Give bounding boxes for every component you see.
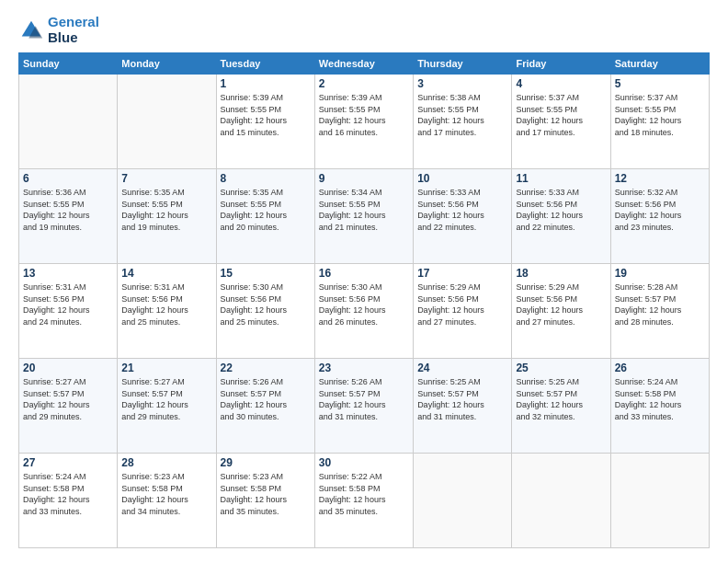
day-cell: 26Sunrise: 5:24 AM Sunset: 5:58 PM Dayli… xyxy=(610,359,709,454)
day-info: Sunrise: 5:25 AM Sunset: 5:57 PM Dayligh… xyxy=(417,376,507,422)
day-info: Sunrise: 5:23 AM Sunset: 5:58 PM Dayligh… xyxy=(121,471,211,517)
day-number: 29 xyxy=(221,456,311,469)
day-cell: 5Sunrise: 5:37 AM Sunset: 5:55 PM Daylig… xyxy=(610,75,709,169)
day-info: Sunrise: 5:34 AM Sunset: 5:55 PM Dayligh… xyxy=(319,187,409,233)
day-info: Sunrise: 5:26 AM Sunset: 5:57 PM Dayligh… xyxy=(221,376,311,422)
day-cell: 21Sunrise: 5:27 AM Sunset: 5:57 PM Dayli… xyxy=(118,359,216,454)
day-info: Sunrise: 5:26 AM Sunset: 5:57 PM Dayligh… xyxy=(319,376,409,422)
day-number: 28 xyxy=(121,456,211,469)
weekday-header-monday: Monday xyxy=(118,53,216,75)
day-cell: 19Sunrise: 5:28 AM Sunset: 5:57 PM Dayli… xyxy=(610,264,709,359)
day-info: Sunrise: 5:23 AM Sunset: 5:58 PM Dayligh… xyxy=(221,471,311,517)
day-info: Sunrise: 5:30 AM Sunset: 5:56 PM Dayligh… xyxy=(221,282,311,327)
day-number: 21 xyxy=(121,362,211,374)
day-number: 6 xyxy=(23,172,113,185)
day-number: 2 xyxy=(319,77,409,90)
day-number: 15 xyxy=(221,267,311,280)
day-cell: 1Sunrise: 5:39 AM Sunset: 5:55 PM Daylig… xyxy=(216,75,314,169)
day-info: Sunrise: 5:25 AM Sunset: 5:57 PM Dayligh… xyxy=(516,376,606,422)
day-info: Sunrise: 5:22 AM Sunset: 5:58 PM Dayligh… xyxy=(319,471,409,517)
day-number: 16 xyxy=(319,267,409,280)
day-cell: 14Sunrise: 5:31 AM Sunset: 5:56 PM Dayli… xyxy=(118,264,216,359)
day-info: Sunrise: 5:35 AM Sunset: 5:55 PM Dayligh… xyxy=(121,187,211,233)
day-number: 1 xyxy=(221,77,311,90)
day-cell: 13Sunrise: 5:31 AM Sunset: 5:56 PM Dayli… xyxy=(19,264,118,359)
day-info: Sunrise: 5:24 AM Sunset: 5:58 PM Dayligh… xyxy=(23,471,113,517)
day-number: 25 xyxy=(516,362,606,374)
page: General Blue SundayMondayTuesdayWednesda… xyxy=(0,0,728,563)
weekday-header-wednesday: Wednesday xyxy=(314,53,413,75)
day-number: 18 xyxy=(516,267,606,280)
day-info: Sunrise: 5:37 AM Sunset: 5:55 PM Dayligh… xyxy=(516,92,606,138)
day-number: 4 xyxy=(516,77,606,90)
day-cell: 2Sunrise: 5:39 AM Sunset: 5:55 PM Daylig… xyxy=(314,75,413,169)
day-cell: 23Sunrise: 5:26 AM Sunset: 5:57 PM Dayli… xyxy=(314,359,413,454)
day-cell: 9Sunrise: 5:34 AM Sunset: 5:55 PM Daylig… xyxy=(314,169,413,264)
day-info: Sunrise: 5:33 AM Sunset: 5:56 PM Dayligh… xyxy=(417,187,507,233)
day-info: Sunrise: 5:37 AM Sunset: 5:55 PM Dayligh… xyxy=(615,92,705,138)
day-cell: 27Sunrise: 5:24 AM Sunset: 5:58 PM Dayli… xyxy=(19,454,118,548)
day-info: Sunrise: 5:27 AM Sunset: 5:57 PM Dayligh… xyxy=(23,376,113,422)
day-info: Sunrise: 5:32 AM Sunset: 5:56 PM Dayligh… xyxy=(615,187,705,233)
header: General Blue xyxy=(18,15,710,45)
day-number: 19 xyxy=(615,267,705,280)
day-cell: 6Sunrise: 5:36 AM Sunset: 5:55 PM Daylig… xyxy=(19,169,118,264)
day-number: 23 xyxy=(319,362,409,374)
day-cell: 10Sunrise: 5:33 AM Sunset: 5:56 PM Dayli… xyxy=(414,169,512,264)
week-row-4: 20Sunrise: 5:27 AM Sunset: 5:57 PM Dayli… xyxy=(19,359,710,454)
day-number: 27 xyxy=(23,456,113,469)
day-cell: 11Sunrise: 5:33 AM Sunset: 5:56 PM Dayli… xyxy=(512,169,610,264)
day-cell xyxy=(414,454,512,548)
day-number: 13 xyxy=(23,267,113,280)
day-cell: 28Sunrise: 5:23 AM Sunset: 5:58 PM Dayli… xyxy=(118,454,216,548)
day-number: 22 xyxy=(221,362,311,374)
day-number: 9 xyxy=(319,172,409,185)
day-cell: 18Sunrise: 5:29 AM Sunset: 5:56 PM Dayli… xyxy=(512,264,610,359)
day-number: 5 xyxy=(615,77,705,90)
day-info: Sunrise: 5:24 AM Sunset: 5:58 PM Dayligh… xyxy=(615,376,705,422)
day-cell xyxy=(19,75,118,169)
day-cell: 15Sunrise: 5:30 AM Sunset: 5:56 PM Dayli… xyxy=(216,264,314,359)
day-number: 8 xyxy=(221,172,311,185)
day-number: 17 xyxy=(417,267,507,280)
day-cell xyxy=(512,454,610,548)
day-info: Sunrise: 5:31 AM Sunset: 5:56 PM Dayligh… xyxy=(121,282,211,327)
day-info: Sunrise: 5:36 AM Sunset: 5:55 PM Dayligh… xyxy=(23,187,113,233)
weekday-header-row: SundayMondayTuesdayWednesdayThursdayFrid… xyxy=(19,53,710,75)
logo: General Blue xyxy=(18,15,99,45)
day-number: 20 xyxy=(23,362,113,374)
week-row-1: 1Sunrise: 5:39 AM Sunset: 5:55 PM Daylig… xyxy=(19,75,710,169)
day-cell xyxy=(118,75,216,169)
day-number: 3 xyxy=(417,77,507,90)
day-number: 30 xyxy=(319,456,409,469)
day-info: Sunrise: 5:39 AM Sunset: 5:55 PM Dayligh… xyxy=(319,92,409,138)
day-cell: 29Sunrise: 5:23 AM Sunset: 5:58 PM Dayli… xyxy=(216,454,314,548)
week-row-5: 27Sunrise: 5:24 AM Sunset: 5:58 PM Dayli… xyxy=(19,454,710,548)
logo-text: General Blue xyxy=(48,15,99,45)
day-info: Sunrise: 5:29 AM Sunset: 5:56 PM Dayligh… xyxy=(516,282,606,327)
day-cell: 16Sunrise: 5:30 AM Sunset: 5:56 PM Dayli… xyxy=(314,264,413,359)
day-info: Sunrise: 5:31 AM Sunset: 5:56 PM Dayligh… xyxy=(23,282,113,327)
day-cell: 8Sunrise: 5:35 AM Sunset: 5:55 PM Daylig… xyxy=(216,169,314,264)
day-cell: 20Sunrise: 5:27 AM Sunset: 5:57 PM Dayli… xyxy=(19,359,118,454)
calendar: SundayMondayTuesdayWednesdayThursdayFrid… xyxy=(18,52,710,548)
day-info: Sunrise: 5:30 AM Sunset: 5:56 PM Dayligh… xyxy=(319,282,409,327)
day-number: 14 xyxy=(121,267,211,280)
weekday-header-sunday: Sunday xyxy=(19,53,118,75)
weekday-header-saturday: Saturday xyxy=(610,53,709,75)
week-row-2: 6Sunrise: 5:36 AM Sunset: 5:55 PM Daylig… xyxy=(19,169,710,264)
weekday-header-friday: Friday xyxy=(512,53,610,75)
day-number: 12 xyxy=(615,172,705,185)
day-cell xyxy=(610,454,709,548)
day-cell: 3Sunrise: 5:38 AM Sunset: 5:55 PM Daylig… xyxy=(414,75,512,169)
day-number: 7 xyxy=(121,172,211,185)
weekday-header-thursday: Thursday xyxy=(414,53,512,75)
day-number: 24 xyxy=(417,362,507,374)
day-info: Sunrise: 5:35 AM Sunset: 5:55 PM Dayligh… xyxy=(221,187,311,233)
logo-icon xyxy=(18,17,44,43)
day-cell: 25Sunrise: 5:25 AM Sunset: 5:57 PM Dayli… xyxy=(512,359,610,454)
week-row-3: 13Sunrise: 5:31 AM Sunset: 5:56 PM Dayli… xyxy=(19,264,710,359)
day-number: 11 xyxy=(516,172,606,185)
day-number: 26 xyxy=(615,362,705,374)
day-cell: 17Sunrise: 5:29 AM Sunset: 5:56 PM Dayli… xyxy=(414,264,512,359)
